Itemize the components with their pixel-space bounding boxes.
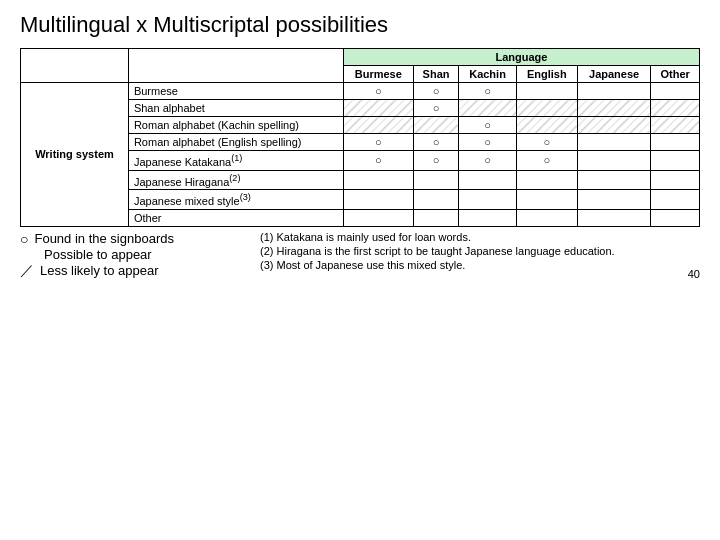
cell: ○	[459, 134, 516, 151]
cell: ○	[459, 151, 516, 171]
slash-icon: ／	[20, 262, 34, 280]
cell	[343, 100, 413, 117]
language-header: Language	[343, 49, 699, 66]
cell	[577, 134, 651, 151]
cell	[651, 190, 700, 210]
blank-label: Possible to appear	[44, 247, 152, 262]
cell	[516, 83, 577, 100]
table-row: Writing system Burmese ○ ○ ○	[21, 83, 700, 100]
cell	[651, 117, 700, 134]
legend-slash: ／ Less likely to appear	[20, 262, 240, 280]
cell: ○	[343, 83, 413, 100]
cell	[516, 190, 577, 210]
cell	[516, 170, 577, 190]
legend-section: ○ Found in the signboards Possible to ap…	[20, 231, 240, 280]
cell	[413, 209, 459, 226]
cell: ○	[343, 151, 413, 171]
cell	[577, 151, 651, 171]
cell	[343, 190, 413, 210]
footnotes-right: (1) Katakana is mainly used for loan wor…	[260, 231, 668, 280]
cell	[413, 170, 459, 190]
empty-cell2	[128, 49, 343, 83]
row-label-shan: Shan alphabet	[128, 100, 343, 117]
cell	[651, 170, 700, 190]
cell: ○	[413, 134, 459, 151]
cell	[516, 209, 577, 226]
col-header-other: Other	[651, 66, 700, 83]
col-header-japanese: Japanese	[577, 66, 651, 83]
circle-icon: ○	[20, 231, 28, 247]
cell: ○	[459, 83, 516, 100]
table-row: Language	[21, 49, 700, 66]
cell	[413, 190, 459, 210]
legend-circle: ○ Found in the signboards	[20, 231, 240, 247]
cell	[413, 117, 459, 134]
main-table: Language Burmese Shan Kachin English Jap…	[20, 48, 700, 227]
cell	[343, 117, 413, 134]
cell	[343, 209, 413, 226]
empty-cell	[21, 49, 129, 83]
cell	[516, 100, 577, 117]
cell	[459, 209, 516, 226]
cell	[651, 83, 700, 100]
page-title: Multilingual x Multiscriptal possibiliti…	[20, 12, 700, 38]
cell	[577, 83, 651, 100]
cell	[577, 209, 651, 226]
page-number: 40	[688, 268, 700, 280]
row-label-hiragana: Japanese Hiragana(2)	[128, 170, 343, 190]
row-label-other: Other	[128, 209, 343, 226]
cell	[577, 170, 651, 190]
cell	[577, 100, 651, 117]
footnote-1: (1) Katakana is mainly used for loan wor…	[260, 231, 668, 243]
cell	[651, 151, 700, 171]
col-header-kachin: Kachin	[459, 66, 516, 83]
circle-label: Found in the signboards	[34, 231, 173, 246]
col-header-burmese: Burmese	[343, 66, 413, 83]
page: Multilingual x Multiscriptal possibiliti…	[0, 0, 720, 290]
cell	[651, 209, 700, 226]
cell	[459, 170, 516, 190]
cell	[651, 134, 700, 151]
table-container: Language Burmese Shan Kachin English Jap…	[20, 48, 700, 227]
cell	[577, 117, 651, 134]
footnote-2: (2) Hiragana is the first script to be t…	[260, 245, 668, 257]
cell: ○	[459, 117, 516, 134]
row-label-roman-kachin: Roman alphabet (Kachin spelling)	[128, 117, 343, 134]
cell: ○	[413, 100, 459, 117]
slash-label: Less likely to appear	[40, 263, 159, 278]
cell: ○	[413, 151, 459, 171]
cell	[343, 170, 413, 190]
cell	[651, 100, 700, 117]
cell	[516, 117, 577, 134]
cell	[459, 190, 516, 210]
cell: ○	[343, 134, 413, 151]
row-label-roman-english: Roman alphabet (English spelling)	[128, 134, 343, 151]
footnotes-section: ○ Found in the signboards Possible to ap…	[20, 231, 700, 280]
footnote-3: (3) Most of Japanese use this mixed styl…	[260, 259, 668, 271]
col-header-english: English	[516, 66, 577, 83]
cell	[577, 190, 651, 210]
cell: ○	[516, 151, 577, 171]
cell: ○	[413, 83, 459, 100]
row-label-mixed: Japanese mixed style(3)	[128, 190, 343, 210]
writing-system-label: Writing system	[21, 83, 129, 227]
cell: ○	[516, 134, 577, 151]
cell	[459, 100, 516, 117]
col-header-shan: Shan	[413, 66, 459, 83]
row-label-katakana: Japanese Katakana(1)	[128, 151, 343, 171]
row-label-burmese: Burmese	[128, 83, 343, 100]
legend-blank: Possible to appear	[20, 247, 240, 262]
